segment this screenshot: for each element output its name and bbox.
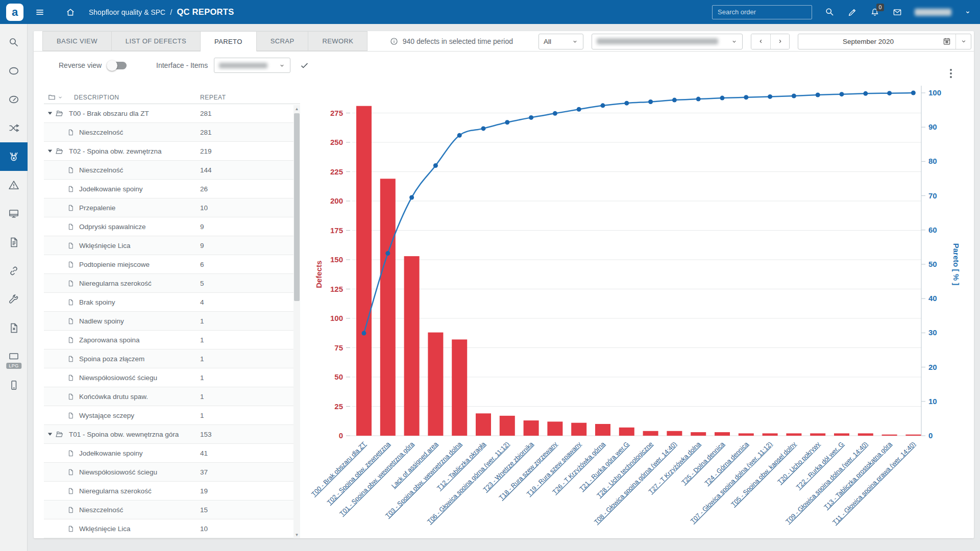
machine-select-redacted[interactable] — [592, 34, 743, 49]
sidebar-item-quality-medal[interactable] — [0, 142, 28, 171]
pareto-bar[interactable] — [667, 431, 682, 436]
table-row[interactable]: Niewspółosiowość ściegu1 — [44, 368, 293, 387]
table-row[interactable]: Nieszczelność281 — [44, 123, 293, 142]
table-row[interactable]: Jodełkowanie spoiny26 — [44, 180, 293, 198]
table-row[interactable]: Spoina poza złączem1 — [44, 349, 293, 368]
caret-down-icon[interactable] — [47, 432, 53, 436]
pareto-bar[interactable] — [595, 424, 610, 436]
pareto-bar[interactable] — [643, 431, 658, 436]
table-row[interactable]: Nieszczelność144 — [44, 161, 293, 180]
breadcrumb-module[interactable]: Shopfloor quality & SPC — [89, 8, 165, 16]
pareto-point[interactable] — [409, 195, 414, 199]
table-scrollbar[interactable]: ▲ ▼ — [293, 105, 300, 538]
app-logo[interactable]: a — [6, 4, 23, 21]
table-row[interactable]: Brak spoiny4 — [44, 293, 293, 312]
pareto-bar[interactable] — [547, 421, 562, 436]
pareto-point[interactable] — [601, 103, 605, 108]
hamburger-menu-icon[interactable] — [35, 7, 45, 17]
table-row[interactable]: Wklęśnięcie Lica9 — [44, 236, 293, 255]
caret-down-icon[interactable] — [47, 149, 53, 153]
table-row[interactable]: T01 - Spoina obw. wewnętrzna góra153 — [44, 425, 293, 444]
interface-items-select-redacted[interactable] — [214, 58, 290, 73]
pareto-bar[interactable] — [571, 423, 586, 436]
table-row[interactable]: Podtopienie miejscowe6 — [44, 255, 293, 274]
x-axis-label[interactable]: Lack of assigned area — [390, 440, 439, 489]
pareto-point[interactable] — [385, 251, 390, 256]
sidebar-item-links[interactable] — [0, 257, 28, 285]
pareto-bar[interactable] — [882, 435, 897, 436]
pareto-point[interactable] — [553, 111, 557, 116]
edit-pencil-icon[interactable] — [847, 7, 857, 17]
tab-basic-view[interactable]: BASIC VIEW — [42, 31, 112, 51]
x-axis-label[interactable]: T24 - Górna dennica — [703, 440, 750, 487]
table-row[interactable]: T00 - Brak obszaru dla ZT281 — [44, 104, 293, 123]
x-axis-label[interactable]: T22 - Rurka dół wer. G — [795, 440, 845, 491]
tab-list-of-defects[interactable]: LIST OF DEFECTS — [112, 31, 201, 51]
pareto-point[interactable] — [911, 91, 916, 95]
pareto-point[interactable] — [362, 331, 366, 336]
tab-rework[interactable]: REWORK — [308, 31, 368, 51]
period-chevron-icon[interactable] — [955, 34, 971, 49]
scroll-down-arrow-icon[interactable]: ▼ — [293, 531, 300, 538]
pareto-point[interactable] — [505, 120, 509, 124]
notifications-bell-icon[interactable]: 0 — [870, 7, 880, 17]
column-header-repeat[interactable]: REPEAT — [200, 94, 226, 101]
pareto-bar[interactable] — [905, 435, 921, 436]
search-icon[interactable] — [824, 7, 835, 17]
x-axis-label[interactable]: T20 - Ucho pokrywy — [776, 440, 822, 486]
filter-all-select[interactable]: All — [538, 34, 583, 49]
pareto-bar[interactable] — [619, 428, 634, 436]
scroll-up-arrow-icon[interactable]: ▲ — [293, 105, 300, 112]
reverse-view-toggle[interactable] — [108, 62, 127, 69]
sidebar-item-lpg-panel[interactable]: LPG — [0, 342, 28, 371]
table-row[interactable]: Odpryski spawalnicze9 — [44, 217, 293, 236]
user-name-redacted[interactable] — [915, 9, 951, 16]
pareto-bar[interactable] — [834, 433, 849, 436]
period-picker[interactable]: September 2020 — [798, 34, 971, 49]
pareto-point[interactable] — [696, 97, 701, 102]
pareto-bar[interactable] — [524, 420, 539, 436]
pareto-point[interactable] — [648, 99, 653, 104]
table-row[interactable]: Nieregularna szerokość19 — [44, 482, 293, 500]
sidebar-item-workstation[interactable] — [0, 199, 28, 228]
pareto-point[interactable] — [433, 163, 438, 168]
mail-icon[interactable] — [892, 7, 902, 17]
table-row[interactable]: Nadlew spoiny1 — [44, 312, 293, 331]
table-row[interactable]: Jodełkowanie spoiny41 — [44, 444, 293, 463]
x-axis-label[interactable]: T06 - Głowica spoina górna (wer. 11:12) — [426, 440, 510, 525]
table-row[interactable]: Wklęśnięcie Lica10 — [44, 519, 293, 538]
table-row[interactable]: Nieregularna szerokość5 — [44, 274, 293, 293]
pareto-point[interactable] — [816, 93, 820, 97]
next-period-button[interactable] — [770, 34, 789, 49]
sidebar-item-mobile[interactable] — [0, 371, 28, 399]
table-row[interactable]: Wystające sczepy1 — [44, 406, 293, 425]
x-axis-label[interactable]: T12 - Tabliczka okrągła — [435, 440, 487, 492]
table-row[interactable]: Końcówka drutu spaw.1 — [44, 387, 293, 406]
pareto-point[interactable] — [481, 126, 486, 131]
apply-check-icon[interactable] — [300, 61, 309, 70]
collapse-all-control[interactable] — [47, 93, 63, 102]
pareto-point[interactable] — [457, 133, 462, 138]
pareto-point[interactable] — [887, 91, 892, 95]
pareto-bar[interactable] — [858, 433, 873, 436]
pareto-point[interactable] — [624, 101, 629, 106]
pareto-bar[interactable] — [500, 416, 515, 436]
sidebar-item-ellipse[interactable] — [0, 57, 28, 85]
tab-scrap[interactable]: SCRAP — [257, 31, 309, 51]
tab-pareto[interactable]: PARETO — [201, 31, 257, 52]
home-icon[interactable] — [65, 7, 76, 17]
pareto-bar[interactable] — [428, 333, 443, 436]
pareto-point[interactable] — [840, 92, 844, 96]
sidebar-item-documents[interactable] — [0, 228, 28, 257]
pareto-bar[interactable] — [715, 432, 730, 436]
x-axis-label[interactable]: T25 - Dolna dennica — [680, 440, 726, 486]
sidebar-item-export-file[interactable] — [0, 314, 28, 342]
table-row[interactable]: Zaporowana spoina1 — [44, 331, 293, 349]
table-row[interactable]: Przepalenie10 — [44, 198, 293, 217]
pareto-point[interactable] — [577, 107, 581, 112]
pareto-bar[interactable] — [810, 433, 825, 436]
sidebar-item-alerts[interactable] — [0, 171, 28, 199]
table-row[interactable]: T02 - Spoina obw. zewnętrzna219 — [44, 142, 293, 161]
pareto-bar[interactable] — [739, 433, 754, 436]
pareto-point[interactable] — [720, 96, 725, 101]
